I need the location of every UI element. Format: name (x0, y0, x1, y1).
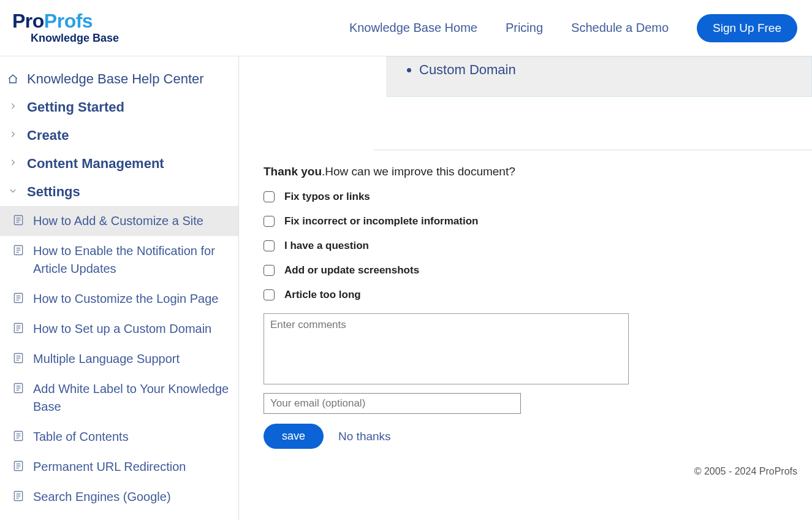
feedback-option: Fix incorrect or incomplete information (264, 215, 787, 227)
comments-input[interactable] (264, 313, 629, 384)
sidebar-sub-label: How to Set up a Custom Domain (33, 320, 211, 338)
related-box: Custom Domain (386, 56, 812, 97)
save-button[interactable]: save (264, 424, 324, 449)
sidebar-sub-white-label[interactable]: Add White Label to Your Knowledge Base (0, 374, 238, 422)
document-icon (12, 458, 25, 472)
sidebar-item-getting-started[interactable]: Getting Started (0, 93, 238, 121)
chevron-right-icon (6, 99, 20, 110)
sidebar-item-content-management[interactable]: Content Management (0, 150, 238, 178)
sidebar-root-label: Knowledge Base Help Center (27, 71, 204, 87)
feedback-option-label[interactable]: Fix typos or links (284, 191, 370, 203)
checkbox-screenshots[interactable] (264, 265, 275, 276)
nav-kb-home[interactable]: Knowledge Base Home (349, 21, 477, 35)
document-icon (12, 428, 25, 442)
document-icon (12, 488, 25, 502)
feedback-heading: Thank you.How can we improve this docume… (264, 165, 787, 178)
feedback-form: Thank you.How can we improve this docume… (239, 150, 812, 461)
chevron-right-icon (6, 156, 20, 167)
checkbox-fix-info[interactable] (264, 216, 275, 227)
sidebar: Knowledge Base Help Center Getting Start… (0, 56, 239, 521)
document-icon (12, 290, 25, 304)
sidebar-sub-label: Multiple Language Support (33, 350, 180, 368)
sidebar-sub-label: How to Enable the Notification for Artic… (33, 242, 231, 278)
sidebar-sub-url-redirection[interactable]: Permanent URL Redirection (0, 452, 238, 482)
sidebar-sub-label: How to Customize the Login Page (33, 290, 218, 308)
footer-copyright: © 2005 - 2024 ProProfs (239, 461, 812, 486)
feedback-option-label[interactable]: Article too long (284, 289, 361, 301)
sidebar-sub-add-customize-site[interactable]: How to Add & Customize a Site (0, 206, 238, 236)
logo-part1: Pro (12, 10, 44, 32)
sidebar-item-label: Settings (27, 184, 80, 200)
checkbox-too-long[interactable] (264, 289, 275, 300)
feedback-option: I have a question (264, 240, 787, 252)
sidebar-item-label: Getting Started (27, 99, 124, 115)
sidebar-sub-custom-domain[interactable]: How to Set up a Custom Domain (0, 314, 238, 344)
nav-schedule-demo[interactable]: Schedule a Demo (571, 21, 669, 35)
document-icon (12, 242, 25, 256)
related-link-custom-domain[interactable]: Custom Domain (419, 61, 799, 79)
sidebar-sub-customize-login[interactable]: How to Customize the Login Page (0, 284, 238, 314)
sidebar-sub-label: Permanent URL Redirection (33, 458, 186, 476)
logo[interactable]: ProProfs Knowledge Base (12, 11, 119, 45)
sidebar-sub-toc[interactable]: Table of Contents (0, 422, 238, 452)
sidebar-item-label: Create (27, 128, 69, 143)
feedback-option: Fix typos or links (264, 191, 787, 203)
feedback-option: Add or update screenshots (264, 264, 787, 277)
header: ProProfs Knowledge Base Knowledge Base H… (0, 0, 812, 56)
top-nav: Knowledge Base Home Pricing Schedule a D… (349, 14, 797, 42)
feedback-option-label[interactable]: I have a question (284, 240, 369, 252)
sidebar-sub-label: How to Add & Customize a Site (33, 212, 203, 230)
email-input[interactable] (264, 393, 521, 414)
chevron-right-icon (6, 128, 20, 139)
main-content: Custom Domain Thank you.How can we impro… (239, 56, 812, 521)
thank-you-label: Thank you (264, 165, 322, 178)
sidebar-sub-label: Search Engines (Google) (33, 488, 171, 506)
document-icon (12, 380, 25, 394)
signup-button[interactable]: Sign Up Free (697, 14, 797, 42)
home-icon (6, 71, 20, 85)
document-icon (12, 212, 25, 226)
document-icon (12, 350, 25, 364)
sidebar-root[interactable]: Knowledge Base Help Center (0, 65, 238, 93)
sidebar-sub-label: Add White Label to Your Knowledge Base (33, 380, 231, 416)
no-thanks-link[interactable]: No thanks (338, 430, 391, 443)
sidebar-sub-multi-language[interactable]: Multiple Language Support (0, 344, 238, 374)
nav-pricing[interactable]: Pricing (506, 21, 543, 35)
improve-question: .How can we improve this document? (322, 165, 515, 178)
checkbox-question[interactable] (264, 240, 275, 251)
feedback-option: Article too long (264, 289, 787, 301)
sidebar-sub-search-engines[interactable]: Search Engines (Google) (0, 482, 238, 512)
feedback-option-label[interactable]: Add or update screenshots (284, 264, 419, 277)
sidebar-sub-enable-notification[interactable]: How to Enable the Notification for Artic… (0, 236, 238, 284)
sidebar-sub-label: Table of Contents (33, 428, 129, 446)
logo-part2: Profs (44, 10, 93, 32)
logo-sub: Knowledge Base (31, 32, 119, 45)
sidebar-item-create[interactable]: Create (0, 121, 238, 150)
chevron-down-icon (6, 184, 20, 195)
sidebar-item-label: Content Management (27, 156, 164, 172)
feedback-option-label[interactable]: Fix incorrect or incomplete information (284, 215, 478, 227)
checkbox-fix-typos[interactable] (264, 191, 275, 202)
sidebar-item-settings[interactable]: Settings (0, 178, 238, 206)
document-icon (12, 320, 25, 334)
